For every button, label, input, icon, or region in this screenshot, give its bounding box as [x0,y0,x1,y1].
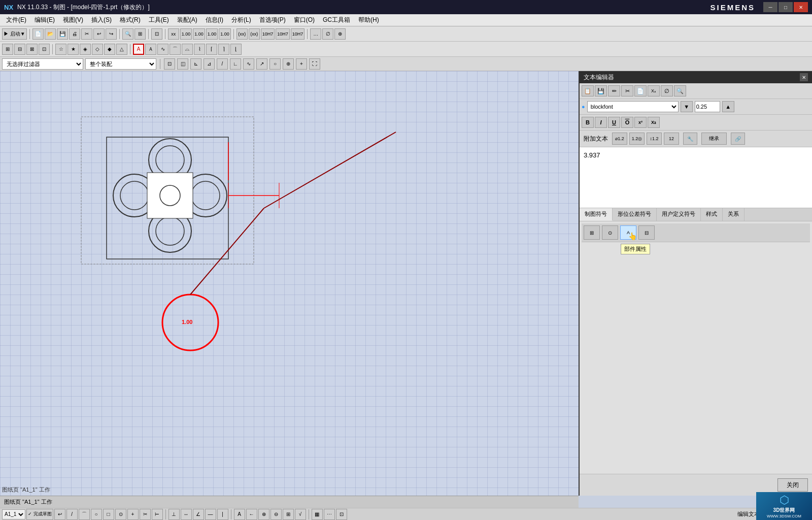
h10-3-btn[interactable]: 10H7 [291,28,305,40]
attach-dim4-btn[interactable]: 12 [664,133,679,145]
bottom-horiz-btn[interactable]: — [205,509,216,520]
close-window-button[interactable]: ✕ [794,2,808,12]
inherit-btn[interactable]: 继承 [701,133,727,145]
filter-btn11[interactable]: + [296,58,307,70]
tb2-4[interactable]: ⊡ [39,44,50,55]
attach-dim-btn[interactable]: ⌀1.2 [612,133,627,145]
h10-2-btn[interactable]: 10H7 [276,28,290,40]
bottom-more2-btn[interactable]: ⋯ [324,509,335,520]
italic-btn[interactable]: I [595,117,607,128]
bottom-ext-btn[interactable]: ⊢ [152,509,163,520]
save-btn[interactable]: 💾 [57,28,68,40]
tol-btn[interactable]: (xx) [236,28,248,40]
open-btn[interactable]: 📂 [45,28,56,40]
link-btn[interactable]: 🔗 [731,133,745,145]
bottom-check-btn[interactable]: ✓ 完成草图 [26,509,53,520]
filter-btn7[interactable]: ∿ [243,58,254,70]
font-size-input[interactable] [695,101,720,112]
te-save-btn[interactable]: 💾 [595,85,607,96]
bottom-hatch-btn[interactable]: ▦ [312,509,323,520]
te-cut-btn[interactable]: ✂ [621,85,633,96]
tab-gdt-symbols[interactable]: 形位公差符号 [613,208,657,221]
attach-icon-small[interactable]: 🔧 [683,133,697,145]
bottom-circle-btn[interactable]: ○ [91,509,102,520]
bottom-angle-btn[interactable]: ∠ [193,509,204,520]
menu-assembly[interactable]: 装配(A) [173,15,201,25]
bottom-fit-btn[interactable]: ⊞ [283,509,294,520]
attach-dim2-btn[interactable]: 1.2◎ [629,133,645,145]
te-sym-btn[interactable]: ∅ [661,85,673,96]
tb2-10[interactable]: △ [116,44,127,55]
bottom-arc-btn[interactable]: ⌒ [79,509,90,520]
tb2-9[interactable]: ◆ [104,44,115,55]
dim-4-btn[interactable]: 1.00 [219,28,231,40]
bottom-sqrt-btn[interactable]: √ [295,509,306,520]
minimize-button[interactable]: ─ [763,2,777,12]
tb2-6[interactable]: ★ [67,44,79,55]
bottom-snap-btn[interactable]: ⊡ [336,509,347,520]
dim-2-btn[interactable]: 1.00 [193,28,205,40]
subscript-btn[interactable]: X₂ [648,117,660,128]
tab-drafting-symbols[interactable]: 制图符号 [580,208,613,221]
sym-part-attr-btn[interactable]: A 👆 部件属性 [620,225,636,240]
bottom-dim-btn[interactable]: ↔ [181,509,192,520]
te-copy-btn[interactable]: 📋 [582,85,594,96]
tb2-text-A[interactable]: A [133,44,144,55]
h10-btn[interactable]: 10H7 [261,28,275,40]
superscript-btn[interactable]: x² [634,117,647,128]
tb2-1[interactable]: ⊞ [2,44,13,55]
tb2-12[interactable]: ∿ [157,44,168,55]
underline-btn[interactable]: U [608,117,620,128]
tb2-17[interactable]: ⌉ [218,44,229,55]
font-selector[interactable]: blockfont [587,101,679,112]
menu-edit[interactable]: 编辑(E) [30,15,59,25]
filter-btn1[interactable]: ⊡ [164,58,175,70]
tb2-18[interactable]: ⌊ [230,44,242,55]
tb2-2[interactable]: ⊟ [14,44,25,55]
menu-file[interactable]: 文件(E) [2,15,30,25]
filter-btn5[interactable]: / [217,58,228,70]
bottom-vert-btn[interactable]: | [217,509,228,520]
more-dim-btn[interactable]: … [310,28,321,40]
bottom-more-btn[interactable]: + [127,509,139,520]
tb2-13[interactable]: ⌒ [170,44,181,55]
text-content-area[interactable]: 3.937 [580,147,812,208]
menu-window[interactable]: 窗口(O) [290,15,319,25]
menu-info[interactable]: 信息(I) [201,15,227,25]
menu-format[interactable]: 格式(R) [116,15,145,25]
tab-user-symbols[interactable]: 用户定义符号 [657,208,701,221]
tb2-15[interactable]: ⌇ [194,44,205,55]
undo-btn[interactable]: ↩ [93,28,105,40]
tb2-5[interactable]: ☆ [55,44,66,55]
menu-insert[interactable]: 插入(S) [87,15,116,25]
tb2-11[interactable]: Ａ [145,44,156,55]
bottom-zoom-out-btn[interactable]: ⊖ [270,509,282,520]
filter-btn12[interactable]: ⛶ [309,58,320,70]
zoom-btn[interactable]: 🔍 [122,28,133,40]
filter-btn6[interactable]: ∟ [230,58,241,70]
tb2-16[interactable]: ⌈ [206,44,217,55]
bottom-text-btn[interactable]: A [234,509,245,520]
menu-tools[interactable]: 工具(E) [145,15,173,25]
filter-btn8[interactable]: ↗ [256,58,267,70]
filter-btn9[interactable]: ○ [269,58,281,70]
new-btn[interactable]: 📄 [32,28,44,40]
overline-btn[interactable]: O [621,117,633,128]
sheet-select[interactable]: A1_1 [2,509,25,519]
dim-xx-btn[interactable]: xx [168,28,179,40]
print-btn[interactable]: 🖨 [69,28,80,40]
te-paste-btn[interactable]: 📄 [634,85,647,96]
te-search-btn[interactable]: 🔍 [674,85,686,96]
bold-btn[interactable]: B [582,117,594,128]
tab-style[interactable]: 样式 [701,208,723,221]
te-edit-btn[interactable]: ✏ [608,85,620,96]
bottom-constraint-btn[interactable]: ⊥ [168,509,180,520]
bottom-trim-btn[interactable]: ✂ [140,509,151,520]
dim-1-btn[interactable]: 1.00 [180,28,192,40]
text-editor-close-x[interactable]: ✕ [800,73,808,81]
maximize-button[interactable]: □ [779,2,793,12]
close-dialog-btn[interactable]: 关闭 [777,478,808,492]
filter-btn3[interactable]: ⊾ [190,58,201,70]
fit-btn[interactable]: ⊞ [134,28,146,40]
tb2-3[interactable]: ⊠ [26,44,38,55]
